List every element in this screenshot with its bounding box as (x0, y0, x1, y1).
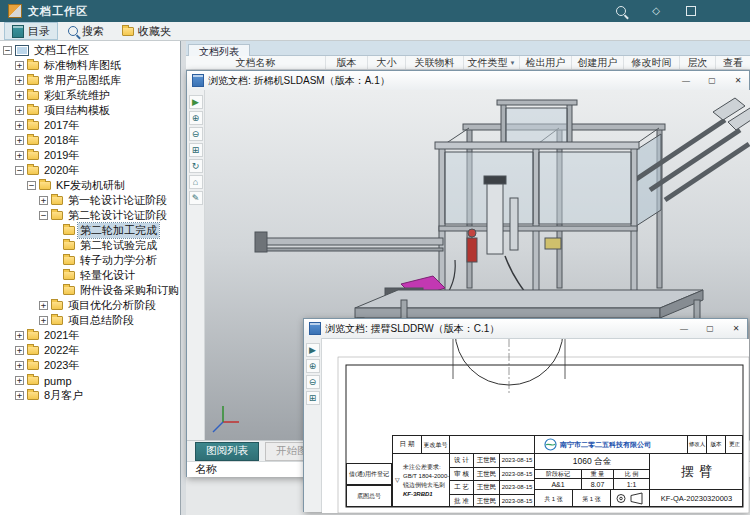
tree-expander[interactable]: − (15, 166, 24, 175)
tree-item[interactable]: + 2021年 (0, 328, 180, 343)
tree-item[interactable]: + 项目结构模板 (0, 103, 180, 118)
tree-expander[interactable]: + (39, 196, 48, 205)
column-header-view[interactable]: 查看 (716, 56, 750, 69)
tree-item[interactable]: − 文档工作区 (0, 43, 180, 58)
document-icon (192, 74, 204, 87)
tree-expander[interactable]: + (15, 376, 24, 385)
folder-icon (27, 61, 39, 70)
diamond-icon[interactable]: ◇ (652, 6, 660, 16)
tree-item[interactable]: 附件设备采购和订购 (0, 283, 180, 298)
column-header-level[interactable]: 层次 (680, 56, 716, 69)
column-header-file-type[interactable]: 文件类型▼ (464, 56, 520, 69)
tree-item[interactable]: + 2018年 (0, 133, 180, 148)
column-header-checkout-user[interactable]: 检出用户 (520, 56, 572, 69)
close-button[interactable]: ✕ (727, 71, 749, 90)
tree-expander[interactable]: + (39, 316, 48, 325)
zoom-out-icon[interactable]: ⊖ (189, 127, 203, 141)
maximize-icon[interactable] (686, 6, 696, 16)
rotate-icon[interactable]: ↻ (189, 159, 203, 173)
tree-item[interactable]: 轻量化设计 (0, 268, 180, 283)
tree-item[interactable]: 转子动力学分析 (0, 253, 180, 268)
home-view-icon[interactable]: ⌂ (189, 175, 203, 189)
projection-symbol-cell (610, 489, 649, 507)
viewer-3d-titlebar[interactable]: 浏览文档: 折棉机SLDASM（版本：A.1） — ▢ ✕ (187, 71, 749, 91)
zoom-in-icon[interactable]: ⊕ (306, 359, 320, 373)
tree-expander[interactable]: + (15, 361, 24, 370)
app-logo-icon (8, 4, 22, 18)
tree-item[interactable]: + 2022年 (0, 343, 180, 358)
company-name: 南宁市二零二五科技有限公司 (560, 441, 678, 449)
tree-expander[interactable]: + (15, 61, 24, 70)
favorites-button[interactable]: 收藏夹 (114, 22, 179, 40)
tree-item[interactable]: − 2020年 (0, 163, 180, 178)
tree-expander[interactable]: − (27, 181, 36, 190)
tree-expander[interactable]: − (3, 46, 12, 55)
minimize-button[interactable]: — (675, 71, 697, 90)
tree-item[interactable]: + 2019年 (0, 148, 180, 163)
tree-item[interactable]: + 标准物料库图纸 (0, 58, 180, 73)
tree-item[interactable]: + 2017年 (0, 118, 180, 133)
tree-expander[interactable]: + (39, 301, 48, 310)
search-icon[interactable] (616, 6, 626, 16)
zoom-in-icon[interactable]: ⊕ (189, 111, 203, 125)
tree-item-label: 2021年 (42, 328, 81, 343)
filter-dropdown-icon[interactable]: ▼ (510, 60, 516, 66)
tree-item[interactable]: 第二轮试验完成 (0, 238, 180, 253)
tree-item[interactable]: + 项目总结阶段 (0, 313, 180, 328)
column-header-modify-time[interactable]: 修改时间 (624, 56, 680, 69)
column-header-doc-name[interactable]: 文档名称 (186, 56, 326, 69)
tree-expander[interactable]: + (15, 121, 24, 130)
drawing-sheet[interactable]: 借(通)用件登记 底图总号 日 期 更改单号 南宁市二零二五科技有限公司 修改人… (322, 339, 749, 513)
markup-icon[interactable]: ✎ (189, 191, 203, 205)
tree-item[interactable]: + 彩虹系统维护 (0, 88, 180, 103)
select-icon[interactable]: ▶ (306, 343, 320, 357)
tree-expander[interactable]: + (15, 391, 24, 400)
column-label: 修改时间 (632, 56, 672, 69)
zoom-fit-icon[interactable]: ⊞ (189, 143, 203, 157)
tree-expander[interactable]: + (15, 76, 24, 85)
sign-role: 审 核 (449, 467, 473, 481)
name-label: 名称 (195, 462, 217, 477)
tree-expander[interactable]: + (15, 106, 24, 115)
tree-item[interactable]: − KF发动机研制 (0, 178, 180, 193)
tree-item-label: 项目优化分析阶段 (66, 298, 158, 313)
column-header-create-user[interactable]: 创建用户 (572, 56, 624, 69)
search-button[interactable]: 搜索 (60, 22, 112, 40)
tree-expander[interactable]: + (15, 151, 24, 160)
tree-expander[interactable]: + (15, 331, 24, 340)
tree-item[interactable]: 第二轮加工完成 (0, 223, 180, 238)
viewer-2d-toolbar: ▶ ⊕ ⊖ ⊞ (304, 338, 322, 512)
column-header-size[interactable]: 大小 (368, 56, 406, 69)
select-icon[interactable]: ▶ (189, 95, 203, 109)
tree-expander[interactable]: + (15, 91, 24, 100)
tree-expander[interactable]: + (15, 136, 24, 145)
folder-icon (51, 211, 63, 220)
column-header-version[interactable]: 版本 (326, 56, 368, 69)
weight-value: 8.07 (581, 478, 613, 489)
tree-item[interactable]: + 常用产品图纸库 (0, 73, 180, 88)
tree-item-label: 标准物料库图纸 (42, 58, 123, 73)
tree-expander[interactable]: + (15, 346, 24, 355)
tree-item-label: 2023年 (42, 358, 81, 373)
tree-item[interactable]: + 8月客户 (0, 388, 180, 403)
tree-expander[interactable]: − (39, 211, 48, 220)
tree-item[interactable]: + 项目优化分析阶段 (0, 298, 180, 313)
review-list-button[interactable]: 图阅列表 (195, 442, 259, 461)
minimize-button[interactable]: — (673, 319, 695, 338)
maximize-button[interactable]: ▢ (701, 71, 723, 90)
tree-item-label: 第二轮试验完成 (78, 238, 159, 253)
viewer-2d-titlebar[interactable]: 浏览文档: 摆臂SLDDRW（版本：C.1） — ▢ ✕ (304, 319, 747, 339)
zoom-fit-icon[interactable]: ⊞ (306, 391, 320, 405)
tree-item[interactable]: + pump (0, 373, 180, 388)
close-button[interactable]: ✕ (725, 319, 747, 338)
zoom-out-icon[interactable]: ⊖ (306, 375, 320, 389)
tree-item[interactable]: − 第二轮设计论证阶段 (0, 208, 180, 223)
maximize-button[interactable]: ▢ (699, 319, 721, 338)
doclist-column-headers: 文档名称 版本 大小 关联物料 文件类型▼ 检出用户 创建用户 修改时间 层次 … (186, 56, 750, 70)
tree-item[interactable]: + 2023年 (0, 358, 180, 373)
catalog-button[interactable]: 目录 (4, 22, 58, 40)
scale-value: 1:1 (613, 478, 649, 489)
column-header-material[interactable]: 关联物料 (406, 56, 464, 69)
viewer-3d-toolbar: ▶ ⊕ ⊖ ⊞ ↻ ⌂ ✎ (187, 90, 205, 440)
tree-item[interactable]: + 第一轮设计论证阶段 (0, 193, 180, 208)
